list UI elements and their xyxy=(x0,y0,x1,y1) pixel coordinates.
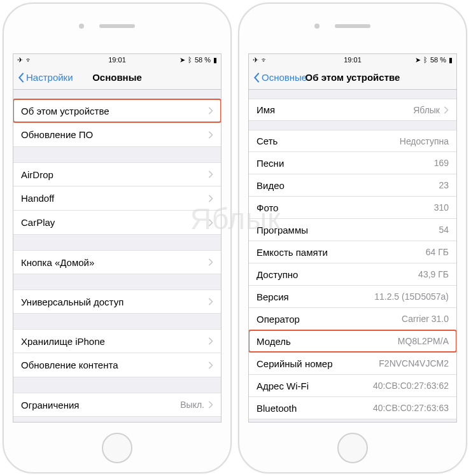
row-value: Выкл. xyxy=(180,400,204,410)
list-row[interactable]: Хранилище iPhone xyxy=(13,329,221,353)
speaker-slot xyxy=(335,24,370,28)
row-value: 169 xyxy=(434,158,449,168)
row-label: Программы xyxy=(257,225,439,235)
screen-right: ✈︎ᯤ 19:01 ➤ᛒ58 %▮ Основные Об этом устро… xyxy=(248,53,457,423)
row-label: Доступно xyxy=(257,269,418,280)
row-value: 11.2.5 (15D5057a) xyxy=(374,291,449,302)
home-button[interactable] xyxy=(102,433,132,463)
row-label: AirDrop xyxy=(21,169,204,180)
row-label: Емкость памяти xyxy=(257,247,426,258)
list-row[interactable]: Видео23 xyxy=(249,174,456,197)
page-title: Об этом устройстве xyxy=(249,66,456,89)
list-row[interactable]: МодельMQ8L2PM/A xyxy=(249,330,456,353)
list-row[interactable]: Доступно43,9 ГБ xyxy=(249,263,456,286)
list-row[interactable]: ОграниченияВыкл. xyxy=(13,393,221,417)
location-icon: ➤ xyxy=(415,56,421,64)
chevron-right-icon xyxy=(208,258,213,266)
battery-icon: ▮ xyxy=(213,56,217,64)
location-icon: ➤ xyxy=(179,56,185,64)
list-row[interactable]: CarPlay xyxy=(13,211,221,235)
bluetooth-icon: ᛒ xyxy=(423,56,428,64)
airplane-icon: ✈︎ xyxy=(253,56,258,64)
wifi-icon: ᯤ xyxy=(261,56,268,64)
chevron-right-icon xyxy=(208,337,213,345)
phone-frame-right: ✈︎ᯤ 19:01 ➤ᛒ58 %▮ Основные Об этом устро… xyxy=(238,3,467,473)
chevron-right-icon xyxy=(208,298,213,305)
nav-bar: Настройки Основные xyxy=(13,66,221,90)
row-label: Фото xyxy=(257,202,434,213)
nav-bar: Основные Об этом устройстве xyxy=(249,66,456,90)
list-row[interactable]: Фото310 xyxy=(249,197,456,219)
list-row[interactable]: Bluetooth40:CB:C0:27:63:63 xyxy=(249,397,456,419)
list-row[interactable]: Обновление ПО xyxy=(13,123,221,147)
row-value: Carrier 31.0 xyxy=(402,314,449,324)
row-label: Сеть xyxy=(257,136,400,146)
row-value: Недоступна xyxy=(400,136,449,146)
row-label: Модель xyxy=(257,336,398,347)
list-row[interactable]: Программы54 xyxy=(249,219,456,241)
row-value: 64 ГБ xyxy=(426,247,449,257)
row-label: Обновление контента xyxy=(21,360,204,370)
list-row[interactable]: Песни169 xyxy=(249,152,456,174)
list-row[interactable]: AirDrop xyxy=(13,162,221,186)
list-row[interactable]: ОператорCarrier 31.0 xyxy=(249,308,456,330)
about-list: ИмяЯблык СетьНедоступнаПесни169Видео23Фо… xyxy=(249,90,456,419)
status-bar: ✈︎ᯤ 19:01 ➤ᛒ58 %▮ xyxy=(13,54,221,66)
row-value: F2NVCN4VJCM2 xyxy=(379,358,449,368)
row-value: Яблык xyxy=(413,105,440,115)
list-row[interactable]: Емкость памяти64 ГБ xyxy=(249,241,456,263)
list-row[interactable]: СетьНедоступна xyxy=(249,130,456,152)
speaker-slot xyxy=(99,24,135,28)
camera-dot xyxy=(79,24,84,29)
row-label: Оператор xyxy=(257,314,402,325)
row-label: Об этом устройстве xyxy=(21,106,204,116)
row-label: Bluetooth xyxy=(257,403,373,414)
row-label: Имя xyxy=(257,104,413,115)
row-label: Адрес Wi-Fi xyxy=(257,381,373,391)
screen-left: ✈︎ᯤ 19:01 ➤ᛒ58 %▮ Настройки Основные Об … xyxy=(13,53,221,423)
list-row[interactable]: Обновление контента xyxy=(13,353,221,377)
row-label: Кнопка «Домой» xyxy=(21,257,204,268)
chevron-right-icon xyxy=(208,131,213,139)
list-row[interactable]: Кнопка «Домой» xyxy=(13,250,221,274)
row-value: 54 xyxy=(439,225,449,235)
list-row[interactable]: Адрес Wi-Fi40:CB:C0:27:63:62 xyxy=(249,375,456,397)
list-row[interactable]: Серийный номерF2NVCN4VJCM2 xyxy=(249,353,456,375)
chevron-right-icon xyxy=(208,195,213,202)
wifi-icon: ᯤ xyxy=(25,56,32,64)
row-label: Песни xyxy=(257,158,434,169)
chevron-right-icon xyxy=(208,171,213,178)
chevron-right-icon xyxy=(208,361,213,369)
chevron-right-icon xyxy=(208,107,213,115)
list-row[interactable]: Handoff xyxy=(13,186,221,211)
row-label: Ограничения xyxy=(21,400,180,410)
row-value: 40:CB:C0:27:63:63 xyxy=(373,403,449,413)
list-row[interactable]: Об этом устройстве xyxy=(13,99,221,123)
row-value: 23 xyxy=(439,180,449,190)
row-label: Обновление ПО xyxy=(21,129,204,140)
chevron-right-icon xyxy=(444,106,449,114)
row-value: 40:CB:C0:27:63:62 xyxy=(373,381,449,391)
battery-icon: ▮ xyxy=(449,56,453,64)
status-bar: ✈︎ᯤ 19:01 ➤ᛒ58 %▮ xyxy=(249,54,456,66)
airplane-icon: ✈︎ xyxy=(17,56,23,64)
list-row[interactable]: Версия11.2.5 (15D5057a) xyxy=(249,286,456,308)
page-title: Основные xyxy=(13,66,221,89)
row-value: MQ8L2PM/A xyxy=(398,336,449,346)
battery-pct: 58 % xyxy=(430,56,446,64)
row-label: Версия xyxy=(257,291,374,302)
row-label: Универсальный доступ xyxy=(21,297,204,307)
chevron-right-icon xyxy=(208,219,213,227)
row-label: CarPlay xyxy=(21,217,204,228)
row-label: Handoff xyxy=(21,193,204,204)
row-label: Видео xyxy=(257,180,439,191)
row-value: 310 xyxy=(434,202,449,213)
list-row[interactable]: Универсальный доступ xyxy=(13,290,221,314)
list-row[interactable]: ИмяЯблык xyxy=(249,99,456,121)
row-value: 43,9 ГБ xyxy=(418,269,449,279)
row-label: Хранилище iPhone xyxy=(21,336,204,347)
camera-dot xyxy=(314,24,320,29)
home-button[interactable] xyxy=(337,433,368,463)
row-label: Серийный номер xyxy=(257,358,379,369)
bluetooth-icon: ᛒ xyxy=(188,56,192,64)
